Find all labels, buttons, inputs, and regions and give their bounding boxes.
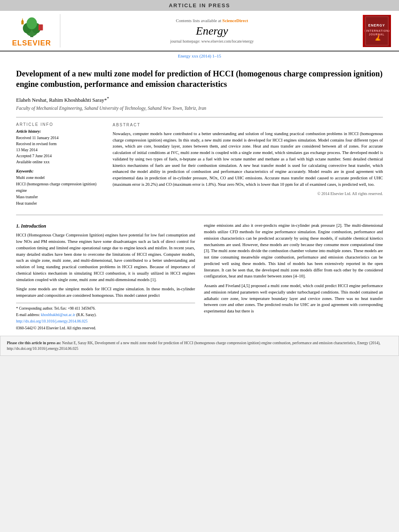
issn-line: 0360-5442/© 2014 Elsevier Ltd. All right… bbox=[16, 325, 195, 331]
abstract-header: ABSTRACT bbox=[113, 122, 383, 128]
article-history-block: Article history: Received 11 January 201… bbox=[16, 129, 105, 165]
svg-rect-6 bbox=[22, 20, 23, 22]
science-direct-line: Contents lists available at ScienceDirec… bbox=[176, 18, 248, 23]
introduction-left-col: 1. Introduction HCCI (Homogenous Charge … bbox=[16, 222, 195, 332]
journal-name: Energy bbox=[196, 25, 228, 37]
section-number-title: 1. Introduction bbox=[16, 222, 195, 230]
doi-link[interactable]: http://dx.doi.org/10.1016/j.energy.2014.… bbox=[16, 319, 88, 323]
accepted-date: Accepted 7 June 2014 bbox=[16, 153, 105, 159]
article-info-abstract-section: ARTICLE INFO Article history: Received 1… bbox=[16, 117, 383, 211]
doi-line: Energy xxx (2014) 1–15 bbox=[0, 51, 399, 60]
journal-homepage: journal homepage: www.elsevier.com/locat… bbox=[170, 39, 253, 43]
corresponding-author-mark: * bbox=[107, 96, 109, 101]
affiliation: Faculty of Mechanical Engineering, Sahan… bbox=[16, 106, 383, 115]
please-cite-label: Please cite this article in press as: bbox=[7, 341, 62, 345]
intro-right-paragraph-1: engine emissions and also it over-predic… bbox=[204, 222, 383, 279]
footnote-area: * Corresponding author. Tel./fax: +98 41… bbox=[16, 303, 195, 331]
science-direct-text: Contents lists available at bbox=[176, 18, 221, 23]
introduction-section: 1. Introduction HCCI (Homogenous Charge … bbox=[16, 219, 383, 332]
keywords-block: Keywords: Multi zone model HCCI (homogen… bbox=[16, 169, 105, 207]
received-date: Received 11 January 2014 bbox=[16, 135, 105, 141]
energy-logo-image: ENERGY AN INTERNATIONAL JOURNAL bbox=[363, 15, 391, 47]
svg-rect-9 bbox=[41, 25, 41, 31]
author-names: Elaheh Neshat, Rahim Khoshbakhti Saray* bbox=[16, 97, 107, 103]
revised-label: Received in revised form bbox=[16, 141, 105, 147]
abstract-text: Nowadays, computer models have contribut… bbox=[113, 131, 383, 188]
intro-paragraph-2: Single zone models are the simplest mode… bbox=[16, 286, 195, 299]
article-info-header: ARTICLE INFO bbox=[16, 122, 105, 127]
email-footnote: E-mail address: khoshbakhti@sut.ac.ir (R… bbox=[16, 312, 195, 318]
keyword-2: HCCI (homogenous charge compression igni… bbox=[16, 181, 105, 194]
svg-text:AN INTERNATIONAL: AN INTERNATIONAL bbox=[364, 29, 389, 32]
main-content: Development of a new multi zone model fo… bbox=[0, 60, 399, 332]
intro-right-paragraph-2: Assanis and Fiveland [4,5] proposed a mu… bbox=[204, 283, 383, 314]
energy-logo-box: ENERGY AN INTERNATIONAL JOURNAL bbox=[359, 14, 391, 47]
section-number: 1. bbox=[16, 223, 21, 229]
article-title: Development of a new multi zone model fo… bbox=[16, 60, 383, 93]
article-info-column: ARTICLE INFO Article history: Received 1… bbox=[16, 122, 105, 211]
elsevier-logo: ELSEVIER bbox=[8, 14, 60, 47]
article-in-press-banner: ARTICLE IN PRESS bbox=[0, 0, 399, 11]
keyword-1: Multi zone model bbox=[16, 175, 105, 181]
keyword-3: Mass transfer bbox=[16, 194, 105, 200]
elsevier-tree-icon bbox=[16, 14, 48, 38]
corresponding-label: * Corresponding author. Tel./fax: +98 41… bbox=[16, 306, 96, 310]
svg-point-4 bbox=[27, 17, 37, 29]
available-date: Available online xxx bbox=[16, 159, 105, 165]
keywords-label: Keywords: bbox=[16, 169, 105, 173]
authors: Elaheh Neshat, Rahim Khoshbakhti Saray** bbox=[16, 93, 383, 106]
svg-text:ENERGY: ENERGY bbox=[368, 23, 385, 27]
svg-text:JOURNAL: JOURNAL bbox=[369, 33, 385, 36]
corresponding-footnote: * Corresponding author. Tel./fax: +98 41… bbox=[16, 306, 195, 311]
section-divider bbox=[16, 215, 383, 215]
copyright-line: © 2014 Elsevier Ltd. All rights reserved… bbox=[113, 191, 383, 201]
email-link[interactable]: khoshbakhti@sut.ac.ir bbox=[41, 313, 75, 317]
introduction-right-col: engine emissions and also it over-predic… bbox=[204, 222, 383, 332]
doi-footnote: http://dx.doi.org/10.1016/j.energy.2014.… bbox=[16, 318, 195, 324]
revised-date: 13 May 2014 bbox=[16, 147, 105, 153]
abstract-column: ABSTRACT Nowadays, computer models have … bbox=[113, 122, 383, 211]
section-title-text: Introduction bbox=[21, 223, 46, 229]
journal-header: ELSEVIER Contents lists available at Sci… bbox=[0, 11, 399, 51]
history-label: Article history: bbox=[16, 129, 105, 134]
email-suffix: (R.K. Saray). bbox=[76, 313, 97, 317]
citation-banner: Please cite this article in press as: Ne… bbox=[0, 336, 399, 356]
email-label: E-mail address: bbox=[16, 313, 40, 317]
science-direct-link[interactable]: ScienceDirect bbox=[222, 18, 248, 23]
keyword-4: Heat transfer bbox=[16, 200, 105, 207]
journal-center: Contents lists available at ScienceDirec… bbox=[65, 14, 359, 47]
citation-text: Neshat E, Saray RK, Development of a new… bbox=[7, 341, 380, 351]
elsevier-label: ELSEVIER bbox=[12, 39, 51, 47]
intro-paragraph-1: HCCI (Homogenous Charge Compression Igni… bbox=[16, 232, 195, 283]
